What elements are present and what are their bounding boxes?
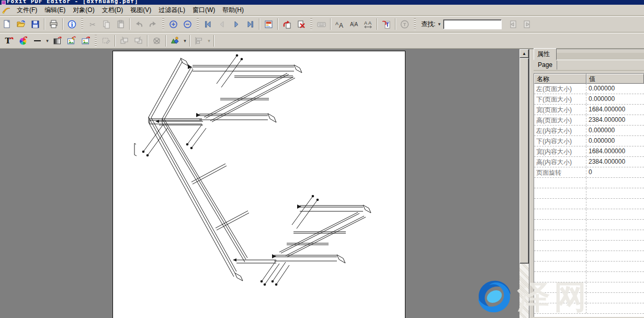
column-header-value[interactable]: 值 — [586, 74, 644, 84]
table-row[interactable]: 宽(页面大小)1684.000000 — [534, 105, 644, 115]
print-button[interactable] — [47, 17, 61, 31]
prev-page-button[interactable] — [215, 17, 229, 31]
pdf-page[interactable] — [112, 51, 405, 318]
document-system-menu-icon[interactable] — [2, 6, 11, 14]
prop-value-cell — [586, 199, 644, 209]
zoom-in-button[interactable] — [166, 17, 180, 31]
import-text-button[interactable]: T — [379, 17, 393, 31]
app-icon[interactable] — [2, 1, 6, 5]
toolbar-gripper[interactable] — [414, 18, 416, 30]
text-case-button[interactable]: AA — [333, 17, 347, 31]
find-prev-page-button[interactable] — [506, 17, 520, 31]
add-text-button[interactable]: T — [2, 34, 16, 48]
toolbar-gripper[interactable] — [310, 18, 312, 30]
panel-caption-tab[interactable]: 属性 — [534, 48, 557, 60]
shapes-caret[interactable]: ▾ — [182, 35, 188, 47]
prop-value-cell[interactable]: 1684.000000 — [586, 105, 644, 115]
line-tool-button[interactable] — [30, 34, 44, 48]
main-area: ▲ 属性 Page 名称 值 左(页面大小)0.000000下(页面大小)0.0… — [0, 49, 644, 318]
first-page-button[interactable] — [201, 17, 215, 31]
prop-value-cell[interactable]: 2384.000000 — [586, 157, 644, 167]
prop-value-cell[interactable]: 0.000000 — [586, 136, 644, 146]
text-circle-button[interactable]: T — [398, 17, 412, 31]
send-backward-button[interactable] — [131, 34, 145, 48]
prop-name-cell: 下(内容大小) — [534, 136, 586, 146]
add-shading-button[interactable] — [50, 34, 64, 48]
add-image-button[interactable] — [78, 34, 93, 48]
menu-item-7[interactable]: 帮助(H) — [219, 5, 247, 16]
table-header: 名称 值 — [534, 74, 644, 84]
delete-object-button[interactable] — [150, 34, 164, 48]
last-page-button[interactable] — [243, 17, 257, 31]
edit-object-button[interactable] — [99, 34, 113, 48]
info-button[interactable]: i — [65, 17, 79, 31]
shapes-tool-button[interactable] — [168, 34, 182, 48]
align-tool-button[interactable] — [192, 34, 206, 48]
find-history-caret[interactable]: ▾ — [436, 18, 442, 30]
undo-button[interactable] — [132, 17, 146, 31]
svg-text:A: A — [364, 20, 367, 26]
prop-value-cell[interactable]: 0.000000 — [586, 94, 644, 104]
prop-value-cell — [586, 251, 644, 261]
next-page-button[interactable] — [229, 17, 243, 31]
table-row[interactable]: 高(页面大小)2384.000000 — [534, 115, 644, 126]
menu-item-0[interactable]: 文件(F) — [13, 5, 41, 16]
menu-item-3[interactable]: 文档(D) — [98, 5, 127, 16]
rotate-page-button[interactable] — [280, 17, 294, 31]
toolbar-separator — [259, 18, 260, 30]
table-row[interactable]: 下(内容大小)0.000000 — [534, 136, 644, 146]
scroll-up-button[interactable]: ▲ — [519, 49, 529, 58]
prop-value-cell[interactable]: 2384.000000 — [586, 115, 644, 125]
redo-button[interactable] — [146, 17, 160, 31]
find-next-page-button[interactable] — [520, 17, 534, 31]
menu-item-2[interactable]: 对象(O) — [69, 5, 98, 16]
toolbar-gripper[interactable] — [81, 18, 83, 30]
align-caret[interactable]: ▾ — [206, 35, 212, 47]
toolbar-separator — [129, 18, 130, 30]
table-row[interactable]: 高(内容大小)2384.000000 — [534, 157, 644, 167]
svg-text:✂: ✂ — [89, 20, 96, 29]
table-row[interactable]: 页面旋转0 — [534, 167, 644, 178]
text-pair-button[interactable]: AA — [347, 17, 361, 31]
prop-value-cell[interactable]: 1684.000000 — [586, 146, 644, 156]
cut-button[interactable]: ✂ — [85, 17, 99, 31]
keyboard-button[interactable] — [314, 17, 329, 31]
prop-name-cell: 高(页面大小) — [534, 115, 586, 125]
delete-page-button[interactable] — [294, 17, 308, 31]
prop-name-cell: 左(页面大小) — [534, 84, 586, 94]
table-row[interactable]: 左(内容大小)0.000000 — [534, 126, 644, 136]
find-input[interactable] — [443, 19, 502, 29]
paste-button[interactable] — [114, 17, 128, 31]
add-color-button[interactable] — [16, 34, 30, 48]
menu-item-1[interactable]: 编辑(E) — [41, 5, 69, 16]
table-row-empty — [534, 282, 644, 293]
prop-value-cell[interactable]: 0.000000 — [586, 126, 644, 135]
table-row-empty — [534, 241, 644, 251]
save-button[interactable] — [28, 17, 42, 31]
menu-item-4[interactable]: 视图(V) — [127, 5, 155, 16]
tab-page[interactable]: Page — [534, 61, 557, 70]
table-row[interactable]: 左(页面大小)0.000000 — [534, 84, 644, 94]
vertical-scrollbar[interactable]: ▲ — [519, 49, 529, 318]
zoom-out-button[interactable] — [180, 17, 195, 31]
column-header-name[interactable]: 名称 — [534, 74, 586, 84]
edit-image-button[interactable] — [64, 34, 78, 48]
toolbar-gripper[interactable] — [162, 18, 164, 30]
menu-item-6[interactable]: 窗口(W) — [189, 5, 219, 16]
open-file-button[interactable] — [14, 17, 28, 31]
prop-value-cell[interactable]: 0 — [586, 167, 644, 177]
scrollbar-thumb[interactable] — [519, 58, 529, 264]
text-spacing-button[interactable]: AA — [361, 17, 375, 31]
page-layout-button[interactable] — [262, 17, 276, 31]
toolbar-gripper[interactable] — [95, 35, 97, 47]
copy-button[interactable] — [99, 17, 114, 31]
table-row[interactable]: 下(页面大小)0.000000 — [534, 94, 644, 105]
toolbar-gripper[interactable] — [197, 18, 199, 30]
document-canvas[interactable] — [0, 49, 519, 318]
menu-item-5[interactable]: 过滤器(L) — [155, 5, 189, 16]
bring-forward-button[interactable] — [117, 34, 131, 48]
table-row[interactable]: 宽(内容大小)1684.000000 — [534, 146, 644, 157]
new-document-button[interactable] — [0, 17, 14, 31]
line-tool-caret[interactable]: ▾ — [44, 35, 50, 47]
prop-value-cell[interactable]: 0.000000 — [586, 84, 644, 94]
